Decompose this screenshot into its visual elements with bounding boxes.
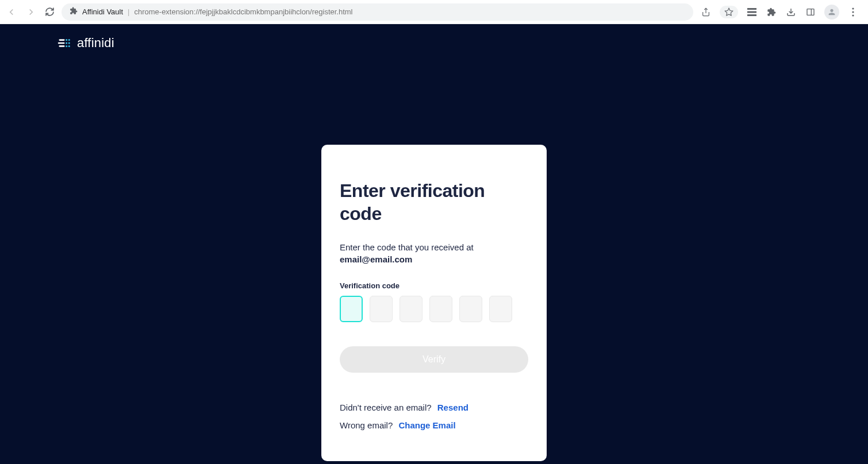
site-name: Affinidi Vault xyxy=(82,7,123,16)
code-input-group xyxy=(340,296,528,322)
svg-rect-3 xyxy=(747,11,756,13)
code-digit-2[interactable] xyxy=(370,296,393,322)
resend-row: Didn't receive an email? Resend xyxy=(340,403,528,412)
verification-card: Enter verification code Enter the code t… xyxy=(321,145,547,461)
card-title: Enter verification code xyxy=(340,179,528,225)
code-digit-6[interactable] xyxy=(489,296,512,322)
reload-button[interactable] xyxy=(45,7,55,17)
kebab-menu-icon[interactable] xyxy=(847,6,859,18)
browser-toolbar: Affinidi Vault | chrome-extension://fejp… xyxy=(0,0,868,24)
url-divider: | xyxy=(128,7,129,16)
nav-controls xyxy=(6,7,55,17)
affinidi-logo: affinidi xyxy=(57,36,114,51)
svg-point-13 xyxy=(66,42,67,44)
address-bar[interactable]: Affinidi Vault | chrome-extension://fejp… xyxy=(62,3,693,21)
back-button[interactable] xyxy=(6,7,17,17)
field-label: Verification code xyxy=(340,281,528,290)
code-digit-5[interactable] xyxy=(459,296,482,322)
svg-rect-4 xyxy=(747,14,756,16)
change-email-link[interactable]: Change Email xyxy=(398,420,455,430)
download-icon[interactable] xyxy=(785,6,797,18)
description-prefix: Enter the code that you received at xyxy=(340,242,474,252)
forward-button[interactable] xyxy=(25,7,37,17)
logo-text: affinidi xyxy=(77,36,114,51)
svg-point-10 xyxy=(852,14,854,16)
extension-icon xyxy=(70,7,78,17)
menu-lines-icon[interactable] xyxy=(746,6,758,18)
logo-mark-icon xyxy=(57,37,72,49)
profile-button[interactable] xyxy=(824,5,839,20)
code-digit-4[interactable] xyxy=(429,296,452,322)
card-description: Enter the code that you received at emai… xyxy=(340,241,528,265)
svg-rect-6 xyxy=(807,9,814,15)
svg-point-15 xyxy=(66,45,67,47)
svg-point-12 xyxy=(68,39,70,41)
svg-point-9 xyxy=(852,11,854,13)
svg-point-16 xyxy=(68,45,70,47)
resend-link[interactable]: Resend xyxy=(437,403,468,412)
browser-actions xyxy=(700,5,862,20)
share-icon[interactable] xyxy=(700,6,712,18)
page-content: affinidi Enter verification code Enter t… xyxy=(0,24,868,464)
verify-button[interactable]: Verify xyxy=(340,346,528,373)
svg-rect-2 xyxy=(747,8,756,10)
panel-icon[interactable] xyxy=(805,6,816,18)
url-path: chrome-extension://fejpjjkbaklcdcibmkbmp… xyxy=(134,7,352,16)
change-email-row: Wrong email? Change Email xyxy=(340,420,528,430)
email-display: email@email.com xyxy=(340,254,412,264)
svg-marker-1 xyxy=(725,8,732,16)
svg-point-8 xyxy=(852,7,854,9)
bookmark-button[interactable] xyxy=(720,6,738,18)
resend-prompt: Didn't receive an email? xyxy=(340,403,432,412)
code-digit-3[interactable] xyxy=(400,296,423,322)
extensions-icon[interactable] xyxy=(766,6,777,18)
svg-point-14 xyxy=(68,42,70,44)
svg-point-11 xyxy=(66,39,67,41)
wrong-email-prompt: Wrong email? xyxy=(340,420,393,430)
code-digit-1[interactable] xyxy=(340,296,363,322)
